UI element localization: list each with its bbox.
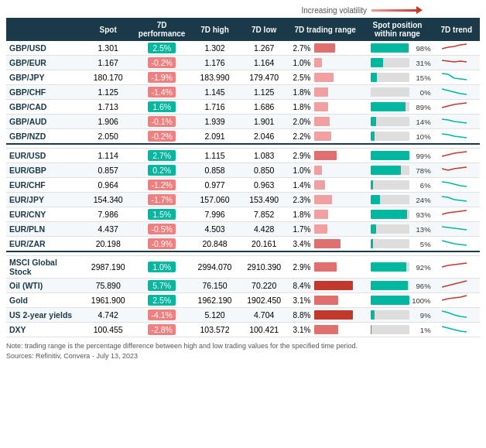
spot-position-cell: 24% xyxy=(361,193,433,207)
pair-label: GBP/AUD xyxy=(6,115,83,129)
pair-label: GBP/CAD xyxy=(6,100,83,115)
table-row: GBP/JPY180.170-1.9%183.990179.470 2.5% 1… xyxy=(6,70,480,85)
table-row: GBP/CAD1.7131.6%1.7161.686 1.8% 89% xyxy=(6,100,480,115)
range-cell: 2.9% xyxy=(289,149,361,163)
spot-position-cell: 10% xyxy=(361,129,433,145)
perf-value: -1.9% xyxy=(134,70,190,85)
range-cell: 3.4% xyxy=(289,237,361,252)
low-value: 20.161 xyxy=(239,237,289,252)
spot-position-cell: 6% xyxy=(361,178,433,193)
spot-position-cell: 99% xyxy=(361,149,433,163)
table-row: GBP/AUD1.906-0.1%1.9391.901 2.0% 14% xyxy=(6,115,480,129)
perf-value: -0.9% xyxy=(134,237,190,252)
high-value: 1.145 xyxy=(190,85,240,100)
trend-sparkline xyxy=(433,163,480,178)
spot-position-cell: 100% xyxy=(361,293,433,308)
header-spot: Spot xyxy=(83,18,134,41)
perf-value: -0.2% xyxy=(134,129,190,145)
range-cell: 1.0% xyxy=(289,56,361,70)
range-cell: 1.8% xyxy=(289,207,361,222)
header-low7d: 7D low xyxy=(239,18,289,41)
range-cell: 2.0% xyxy=(289,115,361,129)
perf-value: 2.5% xyxy=(134,41,190,56)
low-value: 2910.390 xyxy=(239,256,289,279)
high-value: 5.120 xyxy=(190,308,240,323)
low-value: 100.421 xyxy=(239,323,289,337)
header-pair xyxy=(6,18,83,41)
spot-value: 2987.190 xyxy=(83,256,134,279)
range-cell: 1.4% xyxy=(289,178,361,193)
perf-value: -4.1% xyxy=(134,308,190,323)
low-value: 0.850 xyxy=(239,163,289,178)
range-cell: 2.9% xyxy=(289,256,361,279)
perf-value: -0.5% xyxy=(134,222,190,237)
trend-sparkline xyxy=(433,100,480,115)
table-row: EUR/GBP0.8570.2%0.8580.850 1.0% 78% xyxy=(6,163,480,178)
spot-position-cell: 31% xyxy=(361,56,433,70)
header-high7d: 7D high xyxy=(190,18,240,41)
trend-sparkline xyxy=(433,41,480,56)
table-row: GBP/CHF1.125-1.4%1.1451.125 1.8% 0% xyxy=(6,85,480,100)
perf-value: 2.7% xyxy=(134,149,190,163)
low-value: 0.963 xyxy=(239,178,289,193)
low-value: 179.470 xyxy=(239,70,289,85)
range-cell: 2.7% xyxy=(289,41,361,56)
table-row: EUR/CNY7.9861.5%7.9967.852 1.8% 93% xyxy=(6,207,480,222)
perf-value: 5.7% xyxy=(134,279,190,293)
table-row: MSCI Global Stock2987.1901.0%2994.070291… xyxy=(6,256,480,279)
pair-label: EUR/CHF xyxy=(6,178,83,193)
table-row: EUR/JPY154.340-1.7%157.060153.490 2.3% 2… xyxy=(6,193,480,207)
high-value: 183.990 xyxy=(190,70,240,85)
trend-sparkline xyxy=(433,70,480,85)
perf-value: 1.0% xyxy=(134,256,190,279)
spot-position-cell: 0% xyxy=(361,85,433,100)
header-trend7d: 7D trend xyxy=(433,18,480,41)
table-row: GBP/NZD2.050-0.2%2.0912.046 2.2% 10% xyxy=(6,129,480,145)
high-value: 0.858 xyxy=(190,163,240,178)
trend-sparkline xyxy=(433,279,480,293)
range-cell: 1.0% xyxy=(289,163,361,178)
range-cell: 1.7% xyxy=(289,222,361,237)
trend-sparkline xyxy=(433,256,480,279)
pair-label: DXY xyxy=(6,323,83,337)
low-value: 7.852 xyxy=(239,207,289,222)
perf-value: 2.5% xyxy=(134,293,190,308)
spot-value: 1.167 xyxy=(83,56,134,70)
pair-label: GBP/USD xyxy=(6,41,83,56)
perf-value: 1.5% xyxy=(134,207,190,222)
trend-sparkline xyxy=(433,237,480,252)
high-value: 2.091 xyxy=(190,129,240,145)
low-value: 70.220 xyxy=(239,279,289,293)
pair-label: GBP/EUR xyxy=(6,56,83,70)
low-value: 4.428 xyxy=(239,222,289,237)
spot-position-cell: 92% xyxy=(361,256,433,279)
table-row: EUR/USD1.1142.7%1.1151.083 2.9% 99% xyxy=(6,149,480,163)
pair-label: EUR/GBP xyxy=(6,163,83,178)
low-value: 1.267 xyxy=(239,41,289,56)
high-value: 1.115 xyxy=(190,149,240,163)
trend-sparkline xyxy=(433,178,480,193)
pair-label: EUR/JPY xyxy=(6,193,83,207)
perf-value: -0.2% xyxy=(134,56,190,70)
trend-sparkline xyxy=(433,56,480,70)
pair-label: EUR/CNY xyxy=(6,207,83,222)
spot-value: 100.455 xyxy=(83,323,134,337)
low-value: 4.704 xyxy=(239,308,289,323)
trend-sparkline xyxy=(433,293,480,308)
spot-value: 4.742 xyxy=(83,308,134,323)
trend-sparkline xyxy=(433,207,480,222)
table-row: EUR/PLN4.437-0.5%4.5034.428 1.7% 13% xyxy=(6,222,480,237)
trend-sparkline xyxy=(433,149,480,163)
volatility-header: Increasing volatility xyxy=(6,6,480,15)
high-value: 1962.190 xyxy=(190,293,240,308)
pair-label: EUR/USD xyxy=(6,149,83,163)
pair-label: Gold xyxy=(6,293,83,308)
trend-sparkline xyxy=(433,129,480,145)
table-row: GBP/USD1.3012.5%1.3021.267 2.7% 98% xyxy=(6,41,480,56)
table-row: GBP/EUR1.167-0.2%1.1761.164 1.0% 31% xyxy=(6,56,480,70)
main-table: Spot 7D performance 7D high 7D low 7D tr… xyxy=(6,18,480,337)
perf-value: 0.2% xyxy=(134,163,190,178)
table-row: DXY100.455-2.8%103.572100.421 3.1% 1% xyxy=(6,323,480,337)
range-cell: 2.5% xyxy=(289,70,361,85)
pair-label: Oil (WTI) xyxy=(6,279,83,293)
